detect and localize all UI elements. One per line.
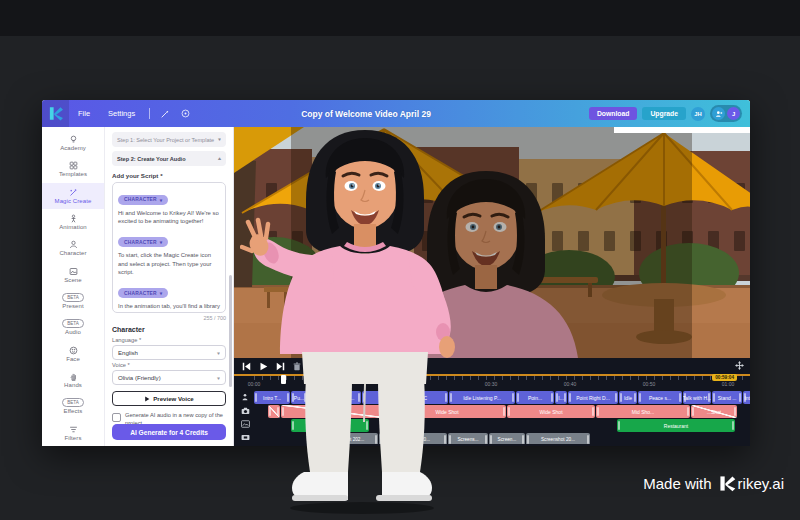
scene-clip[interactable]: Restaurant [291,419,369,432]
chevron-down-icon: ▾ [217,350,220,356]
krikey-logo[interactable] [42,100,69,127]
sidebar-item-filters[interactable]: Filters [42,420,104,446]
sidebar-item-effects[interactable]: BETAEffects [42,393,104,419]
preview-voice-button[interactable]: Preview Voice [112,391,226,406]
camera-clip[interactable]: Mid Shot [281,405,387,418]
restaurant-scene [234,127,750,358]
skip-end-button[interactable] [276,362,285,371]
camera-track: Mid ShotWide ShotWide ShotMid Sho......S… [254,405,750,418]
animation-clip[interactable]: Stand ... [712,391,742,404]
voice-value: Olivia (Friendly) [118,374,161,381]
animation-clip[interactable]: Talk with H... [683,391,711,404]
face-icon [69,346,78,355]
animation-clip[interactable]: Intro T... [254,391,290,404]
voice-select[interactable]: Olivia (Friendly) ▾ [112,370,226,385]
sidebar-item-character[interactable]: Character [42,235,104,261]
camera-clip[interactable]: Wide Shot [388,405,506,418]
sidebar-item-present[interactable]: BETAPresent [42,288,104,314]
timeline-controls [234,358,750,374]
sidebar-item-hands[interactable]: Hands [42,367,104,393]
animation-clip[interactable]: Dem... [333,391,361,404]
ruler-tick-label: 00:00 [248,381,261,387]
end-time-badge[interactable]: 00:59:04 [712,374,737,381]
animation-clip[interactable]: Peace s... [638,391,682,404]
sidebar-item-face[interactable]: Face [42,341,104,367]
download-button[interactable]: Download [589,107,637,120]
animation-clip[interactable]: Idle Listening P... [449,391,515,404]
sidebar-item-scene[interactable]: Scene [42,262,104,288]
media-clip[interactable]: Screen... [489,433,525,444]
speaker-pill[interactable]: CHARACTER ▾ [118,288,168,298]
project-title[interactable]: Copy of Welcome Video April 29 [162,109,570,119]
speaker-pill[interactable]: CHARACTER ▾ [118,195,168,205]
media-clip[interactable]: Screens... [448,433,488,444]
media-clip[interactable]: Screenshot 20... [379,433,447,444]
play-button[interactable] [259,362,268,371]
animation-clip[interactable]: Pu... [291,391,307,404]
person-track-icon[interactable] [236,391,254,404]
camera-clip[interactable]: Mid Sho... [596,405,690,418]
panel-scrollbar[interactable] [229,275,232,387]
undo-button[interactable] [309,362,319,371]
voice-label: Voice * [112,362,226,368]
animation-clip[interactable]: Intr... [743,391,750,404]
ai-generate-button[interactable]: AI Generate for 4 Credits [112,424,226,440]
camera-clip[interactable] [268,405,280,418]
speaker-pill[interactable]: CHARACTER ▾ [118,237,168,247]
watermark: Made with rikey.ai [643,475,784,492]
animation-clip[interactable]: Point Right D... [568,391,618,404]
camera-clip[interactable]: Wide Shot [507,405,595,418]
timeline-ruler[interactable]: 00:59:04 00:0000:1000:2000:3000:4000:500… [234,374,750,389]
animation-clip[interactable]: Poin... [516,391,554,404]
media-track: Screenshot 202...Screenshot 20...Screens… [254,433,750,444]
top-bar: File Settings Copy of Welcome Video Apri… [42,100,750,127]
camera-clip[interactable]: ...Shot [691,405,737,418]
delete-button[interactable] [293,362,301,371]
animation-clip[interactable]: Idle [619,391,637,404]
sidebar-item-label: Effects [64,408,83,414]
sidebar-item-label: Magic Create [55,198,92,204]
animation-clip[interactable]: Point Right Demo C [362,391,448,404]
step1-accordion[interactable]: Step 1: Select Your Project or Template … [112,132,226,147]
menu-file[interactable]: File [78,109,90,118]
sidebar-item-animation[interactable]: Animation [42,209,104,235]
script-textarea[interactable]: CHARACTER ▾Hi and Welcome to Krikey AI! … [112,182,226,313]
avatar-jh[interactable]: JH [691,107,705,121]
track-icons-gutter [236,391,254,444]
sidebar-item-templates[interactable]: Templates [42,156,104,182]
animation-clip[interactable]: P... [308,391,332,404]
camera-track-icon[interactable] [236,405,254,418]
ruler-tick-label: 01:00 [722,381,735,387]
step2-accordion[interactable]: Step 2: Create Your Audio ▴ [112,151,226,166]
sidebar-item-label: Animation [59,224,87,230]
media-track-icon[interactable] [236,432,254,445]
image-track-icon[interactable] [236,418,254,431]
move-handle-icon[interactable] [735,361,744,370]
script-message[interactable]: In the animation tab, you'll find a libr… [118,302,220,312]
script-message[interactable]: To start, click the Magic Create icon an… [118,251,220,277]
language-select[interactable]: English ▾ [112,345,226,360]
scene-clip[interactable]: Restaurant [617,419,735,432]
skip-start-button[interactable] [242,362,251,371]
topbar-actions: Download Upgrade JH J [589,105,750,122]
playhead[interactable] [281,375,286,384]
upgrade-button[interactable]: Upgrade [642,107,686,120]
menu-settings[interactable]: Settings [108,109,135,118]
media-clip[interactable]: Screenshot 202... [314,433,378,444]
page-top-band [0,0,800,36]
beta-badge: BETA [62,319,84,328]
invite-user-icon[interactable] [712,107,725,120]
script-message[interactable]: Hi and Welcome to Krikey AI! We're so ex… [118,209,220,226]
animation-clip[interactable]: I... [555,391,567,404]
sidebar-item-audio[interactable]: BETAAudio [42,314,104,340]
audio-copy-option[interactable]: Generate AI audio in a new copy of the p… [112,412,226,424]
chevron-down-icon: ▾ [160,239,163,245]
sidebar-item-magic-create[interactable]: Magic Create [42,183,104,209]
scene-viewport[interactable] [234,127,750,358]
media-clip[interactable]: Screenshot 20... [526,433,590,444]
sidebar-item-academy[interactable]: Academy [42,130,104,156]
avatar-j[interactable]: J [727,107,740,120]
checkbox[interactable] [112,413,121,422]
stage: 00:59:04 00:0000:1000:2000:3000:4000:500… [234,127,750,446]
chevron-down-icon: ▾ [217,375,220,381]
